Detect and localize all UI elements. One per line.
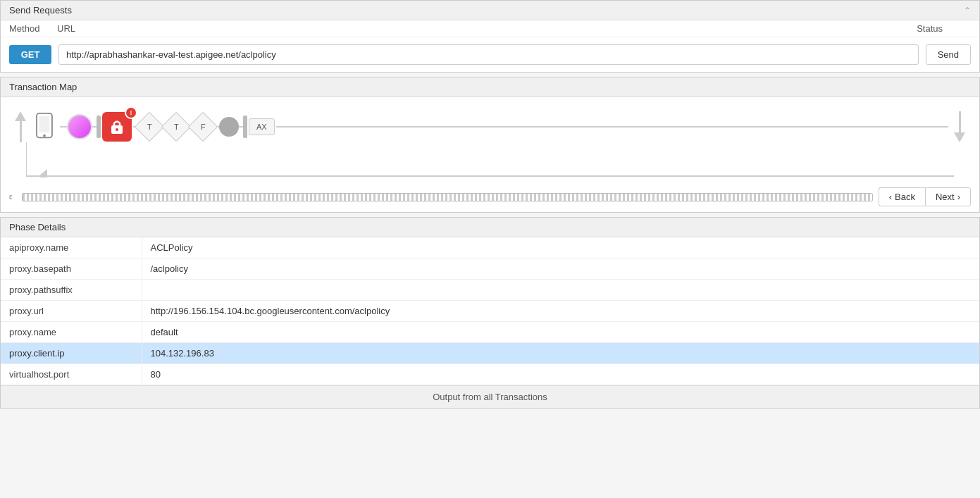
send-requests-section: Send Requests ⌃ Method URL Status GET Se… (0, 0, 980, 73)
row-value: /aclpolicy (142, 259, 979, 280)
lock-icon (109, 118, 125, 135)
table-row: proxy.client.ip104.132.196.83 (1, 343, 979, 364)
table-row: proxy.basepath/aclpolicy (1, 259, 979, 280)
node-ax[interactable]: AX (249, 118, 275, 135)
error-badge: ! (125, 106, 137, 119)
node-diamond-t2[interactable]: T (161, 112, 191, 142)
row-key: apiproxy.name (1, 237, 142, 259)
node-phone (32, 112, 57, 142)
timeline-area: ε ‹ Back Next › (1, 185, 979, 212)
node-pink-circle[interactable] (67, 114, 92, 139)
svg-point-4 (116, 128, 118, 131)
row-key: proxy.url (1, 301, 142, 322)
flow-diagram: ! T T (1, 97, 979, 185)
node-diamond-t1[interactable]: T (135, 112, 164, 142)
next-chevron-icon: › (957, 192, 960, 202)
back-chevron-icon: ‹ (889, 192, 892, 202)
phase-details-title: Phase Details (9, 222, 66, 232)
node-bar-left (97, 116, 101, 138)
transaction-map-section: Transaction Map (0, 77, 980, 213)
node-bar-right (243, 116, 247, 138)
method-url-row: GET Send (1, 37, 979, 72)
method-url-labels: Method URL Status (1, 20, 979, 37)
phase-details-section: Phase Details apiproxy.nameACLPolicyprox… (0, 217, 980, 409)
collapse-icon[interactable]: ⌃ (964, 6, 971, 15)
table-row: apiproxy.nameACLPolicy (1, 237, 979, 259)
phase-details-header: Phase Details (1, 218, 979, 237)
send-button[interactable]: Send (926, 44, 971, 65)
main-container: Send Requests ⌃ Method URL Status GET Se… (0, 0, 980, 498)
method-label: Method (9, 23, 51, 34)
url-input[interactable] (58, 44, 919, 65)
row-key: proxy.basepath (1, 259, 142, 280)
svg-point-2 (43, 134, 46, 137)
row-value: 104.132.196.83 (142, 343, 979, 364)
transaction-map-header: Transaction Map (1, 77, 979, 97)
row-key: virtualhost.port (1, 364, 142, 385)
nav-buttons: ‹ Back Next › (879, 187, 971, 206)
table-row: proxy.urlhttp://196.156.154.104.bc.googl… (1, 301, 979, 322)
table-row: virtualhost.port80 (1, 364, 979, 385)
send-requests-header: Send Requests ⌃ (1, 1, 979, 20)
send-requests-title: Send Requests (9, 5, 72, 15)
url-label: URL (57, 23, 911, 34)
svg-rect-1 (39, 116, 50, 132)
node-diamond-f[interactable]: F (188, 112, 218, 142)
node-lock[interactable]: ! (102, 112, 132, 142)
table-row: proxy.namedefault (1, 322, 979, 343)
row-value: default (142, 322, 979, 343)
phase-details-table: apiproxy.nameACLPolicyproxy.basepath/acl… (1, 237, 979, 385)
row-value: http://196.156.154.104.bc.googleusercont… (142, 301, 979, 322)
transaction-map-title: Transaction Map (9, 82, 77, 92)
row-key: proxy.pathsuffix (1, 280, 142, 301)
epsilon-label: ε (9, 193, 16, 201)
row-value: ACLPolicy (142, 237, 979, 259)
row-key: proxy.client.ip (1, 343, 142, 364)
timeline-scrubber[interactable] (22, 193, 873, 201)
output-bar: Output from all Transactions (1, 385, 979, 408)
get-method-button[interactable]: GET (9, 45, 51, 64)
table-row: proxy.pathsuffix (1, 280, 979, 301)
svg-marker-7 (39, 169, 47, 178)
row-key: proxy.name (1, 322, 142, 343)
status-label: Status (917, 23, 943, 34)
row-value: 80 (142, 364, 979, 385)
back-button[interactable]: ‹ Back (879, 187, 925, 206)
row-value (142, 280, 979, 301)
next-button[interactable]: Next › (925, 187, 971, 206)
output-bar-label: Output from all Transactions (433, 392, 547, 402)
node-gray-circle[interactable] (219, 117, 239, 137)
return-path-svg (26, 142, 954, 178)
